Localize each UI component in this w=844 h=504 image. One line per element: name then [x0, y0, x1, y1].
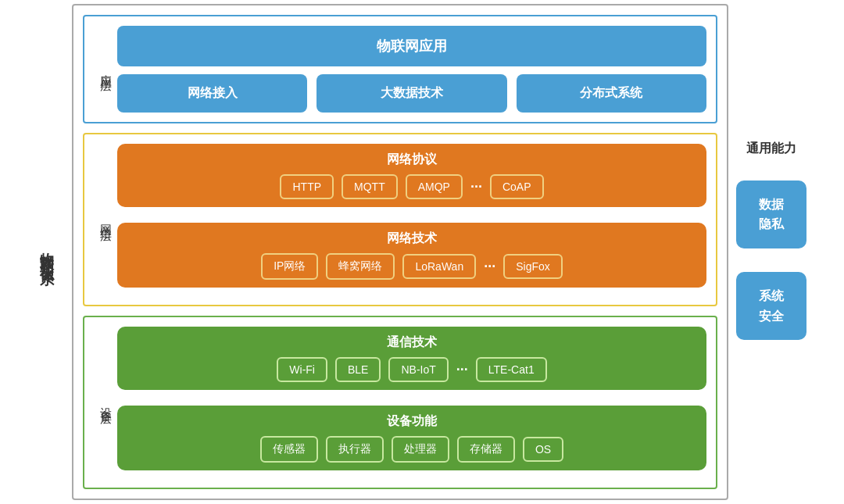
- dev-layer: 设备层 通信技术 Wi-Fi BLE NB-IoT ··· LTE-Cat1: [83, 316, 717, 489]
- main-diagram: 应用层 物联网应用 网络接入 大数据技术 分布式系统 网络层 网络: [72, 4, 728, 500]
- net-layer: 网络层 网络协议 HTTP MQTT AMQP ··· CoAP: [83, 133, 717, 306]
- iot-application-box: 物联网应用: [117, 26, 706, 66]
- distributed-system-box: 分布式系统: [517, 74, 706, 113]
- net-tech-section: 网络技术 IP网络 蜂窝网络 LoRaWan ··· SigFox: [117, 223, 706, 288]
- network-access-box: 网络接入: [117, 74, 307, 113]
- func-title: 设备功能: [128, 413, 696, 430]
- protocol-item-coap: CoAP: [490, 174, 544, 199]
- protocol-items-row: HTTP MQTT AMQP ··· CoAP: [128, 174, 696, 199]
- net-tech-item-ip: IP网络: [261, 253, 318, 280]
- left-label: 物联网知识体系: [38, 241, 56, 263]
- comm-dots: ···: [456, 362, 468, 378]
- app-bottom-row: 网络接入 大数据技术 分布式系统: [117, 74, 706, 113]
- protocol-item-http: HTTP: [280, 174, 334, 199]
- comm-item-ltecat1: LTE-Cat1: [476, 357, 547, 382]
- net-tech-items-row: IP网络 蜂窝网络 LoRaWan ··· SigFox: [128, 253, 696, 280]
- comm-item-nbiot: NB-IoT: [388, 357, 448, 382]
- net-tech-item-cellular: 蜂窝网络: [326, 253, 395, 280]
- protocol-dots: ···: [470, 179, 482, 195]
- protocol-section: 网络协议 HTTP MQTT AMQP ··· CoAP: [117, 144, 706, 207]
- comm-title: 通信技术: [128, 334, 696, 351]
- func-item-os: OS: [523, 437, 563, 462]
- func-section: 设备功能 传感器 执行器 处理器 存储器 OS: [117, 406, 706, 470]
- net-tech-item-lorawan: LoRaWan: [402, 254, 476, 279]
- app-layer: 应用层 物联网应用 网络接入 大数据技术 分布式系统: [83, 15, 717, 123]
- func-item-storage: 存储器: [457, 436, 515, 463]
- net-tech-title: 网络技术: [128, 231, 696, 247]
- comm-item-wifi: Wi-Fi: [277, 357, 327, 382]
- net-tech-dots: ···: [484, 259, 495, 275]
- big-data-box: 大数据技术: [316, 74, 506, 113]
- app-layer-label: 应用层: [94, 26, 117, 113]
- data-privacy-box: 数据隐私: [736, 181, 806, 248]
- right-top-label: 通用能力: [746, 141, 796, 157]
- protocol-title: 网络协议: [128, 152, 696, 168]
- net-tech-item-sigfox: SigFox: [503, 254, 563, 279]
- protocol-item-amqp: AMQP: [406, 174, 463, 199]
- right-panel: 通用能力 数据隐私 系统安全: [736, 141, 806, 363]
- func-item-processor: 处理器: [392, 436, 449, 463]
- protocol-item-mqtt: MQTT: [342, 174, 398, 199]
- func-item-actuator: 执行器: [326, 436, 384, 463]
- net-layer-label: 网络层: [94, 144, 117, 295]
- comm-item-ble: BLE: [335, 357, 381, 382]
- comm-items-row: Wi-Fi BLE NB-IoT ··· LTE-Cat1: [128, 357, 696, 382]
- func-items-row: 传感器 执行器 处理器 存储器 OS: [128, 436, 696, 463]
- system-security-box: 系统安全: [736, 272, 806, 340]
- comm-section: 通信技术 Wi-Fi BLE NB-IoT ··· LTE-Cat1: [117, 327, 706, 390]
- func-item-sensor: 传感器: [260, 436, 318, 463]
- dev-layer-label: 设备层: [94, 327, 117, 478]
